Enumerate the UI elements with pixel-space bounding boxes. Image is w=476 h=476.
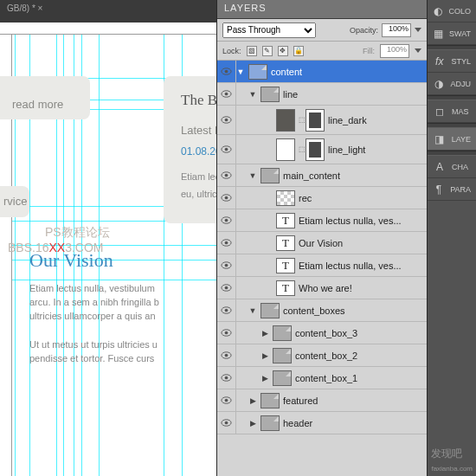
- lock-paint-icon[interactable]: ✎: [262, 46, 273, 56]
- dock-item[interactable]: ◐COLO: [428, 0, 476, 23]
- layer-row[interactable]: ▼content_boxes: [217, 299, 427, 322]
- arrow-right-icon[interactable]: ▶: [261, 374, 269, 383]
- layer-name[interactable]: line_light: [328, 145, 427, 155]
- visibility-toggle[interactable]: [217, 367, 236, 389]
- layer-name[interactable]: line_dark: [328, 115, 427, 125]
- layer-name[interactable]: content_box_1: [295, 373, 427, 383]
- lock-all-icon[interactable]: 🔒: [293, 46, 304, 56]
- visibility-toggle[interactable]: [217, 187, 236, 209]
- layer-name[interactable]: main_content: [283, 170, 427, 181]
- layer-row[interactable]: ⬚line_light: [217, 135, 427, 164]
- mask-thumb[interactable]: [306, 138, 325, 161]
- layer-name[interactable]: content_box_2: [295, 351, 427, 361]
- layer-row[interactable]: ▼content: [217, 61, 427, 83]
- visibility-toggle[interactable]: [217, 135, 236, 164]
- text-layer-icon: T: [276, 258, 295, 273]
- layer-name[interactable]: Our Vision: [299, 238, 427, 248]
- arrow-down-icon[interactable]: ▼: [248, 171, 257, 180]
- lock-transparency-icon[interactable]: ▧: [247, 46, 257, 56]
- layer-name[interactable]: rec: [299, 193, 427, 203]
- dock-item[interactable]: ¶PARA: [428, 178, 476, 201]
- layer-row[interactable]: ▶content_box_3: [217, 322, 427, 344]
- layer-name[interactable]: content_boxes: [283, 306, 427, 316]
- arrow-down-icon[interactable]: ▼: [236, 68, 245, 76]
- layer-row[interactable]: rec: [217, 187, 427, 209]
- layer-row[interactable]: ▶featured: [217, 389, 427, 412]
- document-canvas[interactable]: GB/8) * × read more The Blo Latest Bl 01…: [0, 0, 216, 476]
- layer-name[interactable]: line: [283, 89, 427, 100]
- visibility-toggle[interactable]: [217, 322, 236, 344]
- layer-name[interactable]: Who we are!: [299, 283, 427, 293]
- lock-row: Lock: ▧ ✎ ✥ 🔒 Fill: 100%: [217, 42, 427, 61]
- arrow-down-icon[interactable]: ▼: [248, 90, 257, 99]
- chevron-down-icon[interactable]: [415, 28, 421, 32]
- arrow-right-icon[interactable]: ▶: [248, 396, 257, 405]
- chevron-down-icon[interactable]: [415, 48, 421, 53]
- layer-row[interactable]: ▼main_content: [217, 164, 427, 187]
- svg-point-5: [225, 119, 228, 122]
- visibility-toggle[interactable]: [217, 209, 236, 231]
- document-area[interactable]: read more The Blo Latest Bl 01.08.20 Eti…: [12, 35, 216, 476]
- dock-item[interactable]: ACHA: [428, 156, 476, 178]
- arrow-right-icon[interactable]: ▶: [261, 351, 269, 360]
- layer-row[interactable]: ▶header: [217, 412, 427, 434]
- visibility-toggle[interactable]: [217, 277, 236, 299]
- layer-thumb: [276, 138, 295, 161]
- visibility-toggle[interactable]: [217, 83, 236, 105]
- layer-name[interactable]: Etiam lectus nulla, ves...: [299, 215, 427, 226]
- visibility-toggle[interactable]: [217, 106, 236, 134]
- arrow-right-icon[interactable]: ▶: [261, 329, 269, 338]
- read-more-label: read more: [12, 98, 63, 111]
- svg-point-13: [225, 219, 228, 222]
- svg-point-17: [225, 264, 228, 267]
- dock-item[interactable]: ◑ADJU: [428, 73, 476, 95]
- dock-item[interactable]: ◨LAYE: [428, 128, 476, 151]
- layer-row[interactable]: ▶content_box_2: [217, 344, 427, 367]
- fill-value[interactable]: 100%: [380, 44, 409, 58]
- layer-name[interactable]: featured: [283, 396, 427, 406]
- opacity-value[interactable]: 100%: [382, 23, 411, 37]
- arrow-right-icon[interactable]: ▶: [248, 419, 257, 428]
- vision-p5: pendisse et tortor. Fusce curs: [29, 351, 154, 365]
- layers-panel: LAYERS Pass Through Opacity: 100% Lock: …: [216, 0, 428, 476]
- arrow-down-icon[interactable]: ▼: [248, 306, 257, 315]
- layer-row[interactable]: TEtiam lectus nulla, ves...: [217, 254, 427, 277]
- ruler-horizontal[interactable]: [0, 23, 216, 35]
- link-icon[interactable]: ⬚: [299, 145, 306, 153]
- layers-panel-title[interactable]: LAYERS: [217, 0, 427, 19]
- visibility-toggle[interactable]: [217, 412, 236, 434]
- folder-icon: [261, 393, 280, 408]
- layer-row[interactable]: ▼line: [217, 83, 427, 106]
- layer-row[interactable]: TWho we are!: [217, 277, 427, 299]
- layer-name[interactable]: content_box_3: [295, 328, 427, 338]
- lock-label: Lock:: [222, 47, 241, 55]
- card-service: rvice: [0, 186, 29, 217]
- svg-point-9: [225, 174, 228, 177]
- layer-name[interactable]: header: [283, 418, 427, 428]
- layer-row[interactable]: TEtiam lectus nulla, ves...: [217, 209, 427, 232]
- visibility-toggle[interactable]: [217, 232, 236, 254]
- visibility-toggle[interactable]: [217, 299, 236, 321]
- svg-point-21: [225, 309, 228, 312]
- layer-row[interactable]: ▶content_box_1: [217, 367, 427, 389]
- visibility-toggle[interactable]: [217, 344, 236, 366]
- layer-row[interactable]: TOur Vision: [217, 232, 427, 254]
- blend-mode-select[interactable]: Pass Through: [222, 23, 316, 38]
- layer-name[interactable]: Etiam lectus nulla, ves...: [299, 261, 427, 271]
- dock-item[interactable]: ◻MAS: [428, 100, 476, 123]
- layer-row[interactable]: ⬚line_dark: [217, 106, 427, 135]
- dock-item[interactable]: fxSTYL: [428, 50, 476, 73]
- visibility-toggle[interactable]: [217, 389, 236, 411]
- visibility-toggle[interactable]: [217, 61, 236, 82]
- layers-tree[interactable]: ▼content▼line⬚line_dark⬚line_light▼main_…: [217, 61, 427, 476]
- visibility-toggle[interactable]: [217, 164, 236, 186]
- mask-thumb[interactable]: [306, 109, 325, 132]
- layer-name[interactable]: content: [271, 67, 427, 77]
- link-icon[interactable]: ⬚: [299, 116, 306, 124]
- document-tab[interactable]: GB/8) * ×: [0, 0, 216, 23]
- lock-position-icon[interactable]: ✥: [278, 46, 288, 56]
- svg-point-19: [225, 286, 228, 290]
- folder-icon: [273, 325, 292, 341]
- dock-item[interactable]: ▦SWAT: [428, 23, 476, 45]
- visibility-toggle[interactable]: [217, 254, 236, 276]
